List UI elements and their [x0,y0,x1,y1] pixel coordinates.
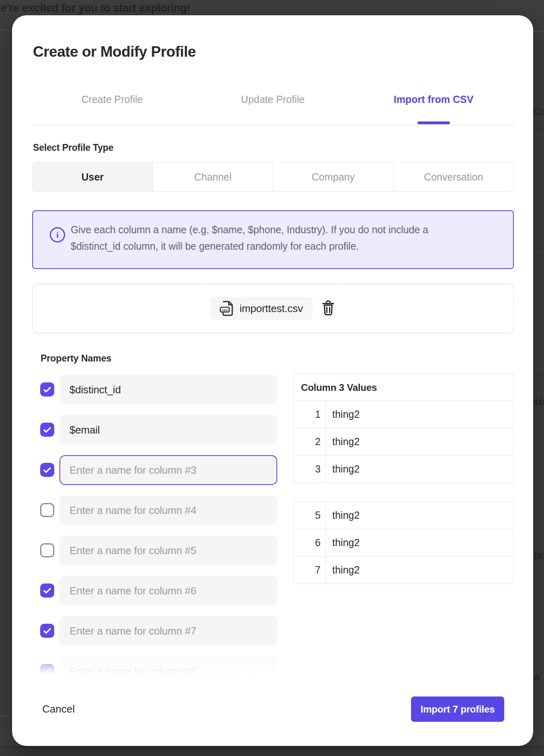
cancel-button[interactable]: Cancel [42,703,75,715]
background-dotted-texture [534,31,544,32]
property-row [40,616,285,646]
background-text-fragment: lab [534,549,544,562]
profile-type-segmented-control: User Channel Company Conversation [32,162,514,192]
property-name-input[interactable] [59,415,277,445]
row-value-cell: thing2 [326,456,513,483]
table-row: 7 thing2 [294,557,513,583]
row-value-cell: thing2 [326,557,513,583]
column-values-preview-table-continued: 5 thing2 6 thing2 7 thing2 [294,501,514,584]
property-checkbox[interactable] [40,543,54,557]
property-row [40,375,285,405]
background-gridline [534,135,544,136]
property-name-input[interactable] [59,656,277,682]
info-banner-text: Give each column a name (e.g. $name, $ph… [71,222,456,255]
property-row [40,656,285,682]
trash-icon [321,300,335,316]
background-gridline [534,368,544,369]
property-names-label: Property Names [41,353,111,364]
remove-file-button[interactable] [321,300,336,317]
table-row: 3 thing2 [294,456,513,483]
property-row [40,415,285,445]
background-text-fragment: a [534,671,540,683]
row-index-cell: 7 [294,557,326,583]
uploaded-file-chip[interactable]: csv importtest.csv [210,297,313,320]
property-row [40,536,285,565]
background-dotted-texture [0,715,11,716]
profile-type-option-conversation[interactable]: Conversation [394,162,514,191]
create-or-modify-profile-dialog: Create or Modify Profile Create Profile … [12,15,533,746]
row-index-cell: 6 [294,529,326,556]
background-table-edge-line [538,39,538,746]
property-name-input[interactable] [59,375,277,405]
background-gridline [534,485,544,485]
background-bottom-strip [0,746,544,756]
row-value-cell: thing2 [326,529,513,556]
csv-dropzone[interactable]: csv importtest.csv [32,284,514,333]
background-gridline [534,601,544,602]
property-row [40,576,285,606]
table-row: 6 thing2 [294,529,513,557]
row-index-cell: 1 [294,401,326,428]
property-row [40,455,285,485]
row-index-cell: 3 [294,456,326,483]
row-value-cell: thing2 [326,428,513,455]
profile-type-option-channel[interactable]: Channel [153,162,274,191]
row-value-cell: thing2 [326,401,513,428]
property-checkbox[interactable] [40,423,54,437]
background-dotted-texture [0,30,10,31]
property-checkbox[interactable] [40,382,54,396]
property-name-input[interactable] [59,616,277,646]
tabs-divider [32,125,515,125]
profile-type-option-company[interactable]: Company [273,162,394,191]
property-checkbox[interactable] [40,664,54,678]
column-values-preview-table: Column 3 Values 1 thing2 2 thing2 3 thin… [294,374,514,483]
preview-table-header: Column 3 Values [294,374,513,401]
property-row [40,495,285,525]
background-text-fragment: Col [533,105,544,118]
property-name-input[interactable] [59,536,277,565]
uploaded-file-name: importtest.csv [239,302,303,315]
csv-file-icon: csv [220,300,234,316]
property-name-input[interactable] [59,495,277,525]
info-banner: i Give each column a name (e.g. $name, $… [32,210,514,269]
background-banner-text: e're excited for you to start exploring! [1,2,190,14]
profile-type-label: Select Profile Type [33,142,113,153]
svg-text:csv: csv [222,308,228,312]
info-icon: i [50,227,65,242]
property-name-list [40,375,285,682]
property-checkbox[interactable] [40,624,54,638]
table-row: 1 thing2 [294,401,513,428]
property-checkbox[interactable] [40,583,54,598]
row-index-cell: 2 [294,428,326,455]
tab-update-profile[interactable]: Update Profile [241,94,305,105]
property-checkbox[interactable] [40,503,54,517]
tab-create-profile[interactable]: Create Profile [82,94,143,105]
property-checkbox[interactable] [40,463,54,477]
active-tab-indicator [417,121,450,124]
tab-import-from-csv[interactable]: Import from CSV [394,94,474,105]
import-profiles-button[interactable]: Import 7 profiles [411,696,504,722]
dialog-title: Create or Modify Profile [33,43,196,60]
property-name-input[interactable] [59,455,277,485]
background-text-fragment: ata [533,396,544,408]
row-index-cell: 5 [294,502,326,529]
row-value-cell: thing2 [326,502,513,529]
profile-type-option-user[interactable]: User [33,162,153,191]
table-row: 2 thing2 [294,428,513,456]
table-row: 5 thing2 [294,502,513,529]
background-gridline [534,251,544,252]
property-name-input[interactable] [59,576,277,606]
